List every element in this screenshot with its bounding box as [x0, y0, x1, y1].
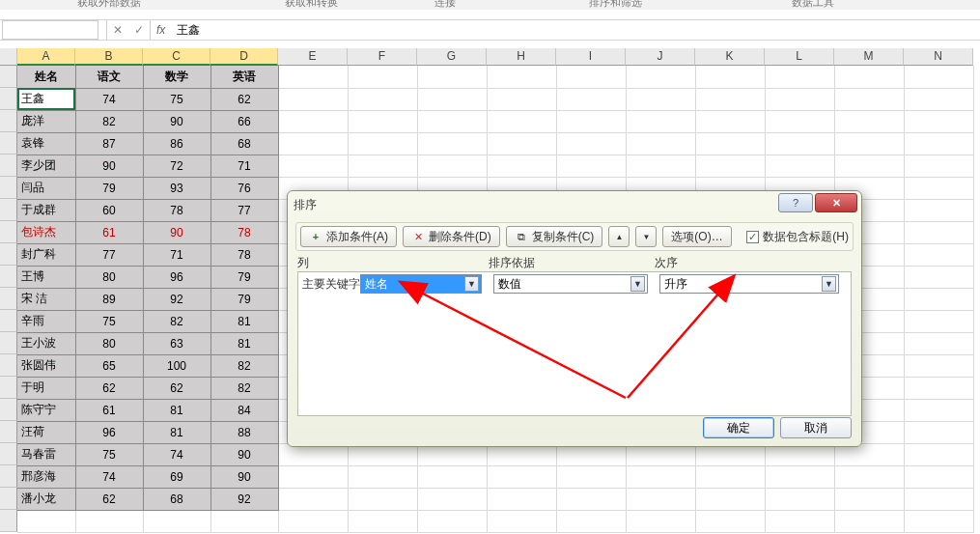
cell[interactable]: 96	[75, 421, 143, 443]
cell[interactable]	[626, 110, 695, 132]
cell[interactable]: 74	[143, 443, 210, 465]
cell[interactable]	[348, 66, 417, 88]
cell[interactable]	[834, 465, 904, 488]
cell[interactable]	[417, 132, 487, 155]
cell[interactable]: 包诗杰	[17, 221, 75, 243]
cell[interactable]: 75	[75, 310, 143, 332]
row-header[interactable]	[0, 110, 17, 132]
cell[interactable]	[904, 266, 973, 288]
cell[interactable]: 90	[75, 155, 143, 177]
cell[interactable]: 92	[143, 288, 210, 310]
fx-label[interactable]: fx	[151, 23, 171, 37]
cell[interactable]	[417, 488, 487, 510]
cell[interactable]: 65	[75, 354, 143, 377]
cell[interactable]: 马春雷	[17, 443, 75, 465]
cell[interactable]: 宋 洁	[17, 288, 75, 310]
cell[interactable]: 60	[75, 199, 143, 221]
cell[interactable]: 汪荷	[17, 421, 75, 443]
cell[interactable]	[904, 310, 973, 332]
cell[interactable]	[75, 510, 143, 532]
table-header-cell[interactable]: 姓名	[17, 66, 75, 88]
cell[interactable]	[626, 155, 695, 177]
cell[interactable]	[834, 88, 904, 110]
cell[interactable]: 72	[143, 155, 210, 177]
cell[interactable]	[904, 177, 973, 199]
cell[interactable]	[904, 199, 973, 221]
cell[interactable]	[348, 155, 417, 177]
order-combo[interactable]: 升序 ▼	[659, 274, 839, 294]
cell[interactable]	[834, 155, 904, 177]
sort-by-combo[interactable]: 姓名 ▼	[360, 274, 482, 294]
delete-level-button[interactable]: ✕ 删除条件(D)	[403, 226, 500, 247]
cell[interactable]	[904, 354, 973, 377]
cell[interactable]: 61	[75, 221, 143, 243]
cell[interactable]	[556, 155, 626, 177]
cell[interactable]: 68	[210, 132, 278, 155]
formula-cancel-button[interactable]: ✕	[107, 23, 128, 37]
sort-level-row[interactable]: 主要关键字 姓名 ▼ 数值 ▼ 升序 ▼	[298, 272, 851, 295]
cell[interactable]	[556, 488, 626, 510]
column-header[interactable]: L	[765, 48, 834, 66]
cell[interactable]	[210, 510, 278, 532]
cell[interactable]	[904, 399, 973, 421]
cell[interactable]	[487, 132, 556, 155]
cell[interactable]	[487, 66, 556, 88]
cell[interactable]	[904, 488, 973, 510]
cell[interactable]: 80	[75, 332, 143, 354]
cell[interactable]: 81	[210, 310, 278, 332]
cell[interactable]	[487, 110, 556, 132]
move-down-button[interactable]: ▼	[635, 226, 657, 247]
column-header[interactable]: F	[348, 48, 417, 66]
cell[interactable]: 76	[210, 177, 278, 199]
cell[interactable]	[626, 488, 695, 510]
options-button[interactable]: 选项(O)…	[662, 226, 731, 247]
cell[interactable]: 66	[210, 110, 278, 132]
cell[interactable]	[765, 132, 834, 155]
column-header[interactable]: H	[487, 48, 556, 66]
cell[interactable]	[278, 510, 348, 532]
row-header[interactable]	[0, 243, 17, 266]
sort-on-combo[interactable]: 数值 ▼	[493, 274, 648, 294]
cell[interactable]	[765, 465, 834, 488]
cell[interactable]: 90	[143, 221, 210, 243]
help-button[interactable]: ?	[778, 193, 813, 212]
cell[interactable]	[834, 488, 904, 510]
cell[interactable]	[904, 110, 973, 132]
cell[interactable]	[904, 243, 973, 266]
row-header[interactable]	[0, 66, 17, 88]
cell[interactable]: 62	[210, 88, 278, 110]
cell[interactable]	[904, 88, 973, 110]
cell[interactable]	[626, 465, 695, 488]
cell[interactable]: 78	[210, 243, 278, 266]
cell[interactable]: 王博	[17, 266, 75, 288]
column-header[interactable]: G	[417, 48, 487, 66]
column-header[interactable]: M	[834, 48, 904, 66]
cell[interactable]	[417, 155, 487, 177]
cell[interactable]	[626, 510, 695, 532]
cell[interactable]	[765, 110, 834, 132]
cell[interactable]	[417, 110, 487, 132]
row-header[interactable]	[0, 288, 17, 310]
add-level-button[interactable]: + 添加条件(A)	[300, 226, 397, 247]
cell[interactable]: 87	[75, 132, 143, 155]
column-header[interactable]: B	[75, 48, 143, 66]
cell[interactable]: 86	[143, 132, 210, 155]
cell[interactable]: 82	[210, 354, 278, 377]
row-header[interactable]	[0, 377, 17, 399]
cell[interactable]: 辛雨	[17, 310, 75, 332]
cell[interactable]	[556, 465, 626, 488]
row-header[interactable]	[0, 177, 17, 199]
cell[interactable]	[487, 510, 556, 532]
cell[interactable]: 张圆伟	[17, 354, 75, 377]
cell[interactable]	[695, 132, 765, 155]
cell[interactable]	[765, 488, 834, 510]
row-header[interactable]	[0, 399, 17, 421]
table-header-cell[interactable]: 英语	[210, 66, 278, 88]
cell[interactable]	[417, 88, 487, 110]
row-header[interactable]	[0, 266, 17, 288]
cell[interactable]: 王鑫	[17, 88, 75, 110]
cell[interactable]	[695, 510, 765, 532]
cell[interactable]: 袁锋	[17, 132, 75, 155]
row-header[interactable]	[0, 510, 17, 532]
cell[interactable]: 78	[210, 221, 278, 243]
